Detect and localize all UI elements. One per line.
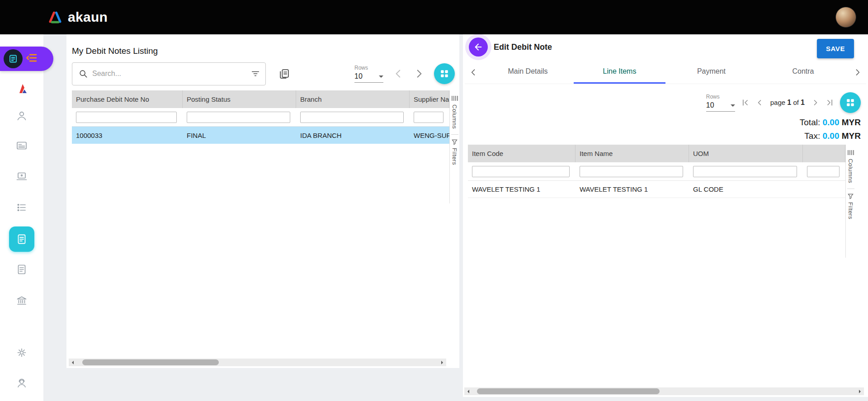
strip-divider: [847, 189, 854, 189]
layout-grid-button[interactable]: [434, 63, 455, 84]
sidebar-item-support[interactable]: [0, 370, 43, 396]
prev-page-button[interactable]: [755, 98, 764, 107]
horizontal-scrollbar[interactable]: [69, 359, 446, 366]
pos-terminal-icon: [16, 171, 28, 183]
column-header-branch[interactable]: Branch: [296, 90, 410, 108]
first-page-button[interactable]: [741, 98, 750, 107]
filter-input-posting-status[interactable]: [187, 112, 290, 123]
next-page-button[interactable]: [413, 68, 425, 80]
save-button[interactable]: SAVE: [817, 39, 854, 58]
scrollbar-track[interactable]: [472, 387, 857, 395]
columns-toggle[interactable]: Columns: [451, 104, 458, 129]
cell-uom: GL CODE: [689, 181, 803, 198]
tab-bar: Main Details Line Items Payment Contra: [465, 61, 866, 84]
filter-input-branch[interactable]: [300, 112, 404, 123]
tab-payment[interactable]: Payment: [665, 61, 757, 84]
sidebar-item-pos[interactable]: [0, 164, 43, 189]
prev-page-button[interactable]: [392, 68, 404, 80]
filter-input-supplier-name[interactable]: [414, 112, 443, 123]
scroll-right-arrow[interactable]: [857, 387, 864, 395]
sidebar-item-debit-notes[interactable]: [0, 226, 43, 252]
brand-red-icon: [15, 82, 28, 95]
table-row[interactable]: WAVELET TESTING 1 WAVELET TESTING 1 GL C…: [468, 181, 845, 198]
chevron-down-icon: [731, 104, 735, 109]
scroll-right-arrow[interactable]: [439, 359, 446, 366]
sidebar-item-brand-red[interactable]: [0, 76, 43, 101]
tab-contra[interactable]: Contra: [757, 61, 849, 84]
drag-handle-icon[interactable]: [452, 96, 458, 101]
debit-notes-listing-panel: My Debit Notes Listing Rows 10: [66, 34, 459, 368]
akaun-triangle-icon: [47, 10, 63, 24]
column-header-item-code[interactable]: Item Code: [468, 145, 576, 162]
scrollbar-thumb[interactable]: [82, 359, 219, 365]
arrow-back-icon: [473, 42, 483, 52]
filter-input-item-code[interactable]: [472, 166, 570, 177]
column-header-extra[interactable]: [803, 145, 845, 162]
cell-item-name: WAVELET TESTING 1: [576, 181, 689, 198]
filter-input-uom[interactable]: [693, 166, 797, 177]
search-input[interactable]: [92, 70, 246, 78]
table-header-row: Item Code Item Name UOM: [468, 145, 845, 162]
scrollbar-track[interactable]: [76, 359, 439, 366]
horizontal-scrollbar[interactable]: [464, 387, 864, 395]
table-header-row: Purchase Debit Note No Posting Status Br…: [72, 90, 449, 108]
listing-toolbar: Rows 10: [72, 61, 455, 86]
column-header-uom[interactable]: UOM: [689, 145, 803, 162]
chevron-down-icon: [379, 75, 383, 80]
column-header-posting-status[interactable]: Posting Status: [183, 90, 296, 108]
tab-line-items[interactable]: Line Items: [574, 61, 665, 84]
rows-per-page-select[interactable]: Rows 10: [706, 94, 735, 112]
cell-extra: [803, 181, 845, 198]
tab-main-details[interactable]: Main Details: [482, 61, 574, 84]
user-avatar[interactable]: [835, 7, 856, 28]
column-header-item-name[interactable]: Item Name: [576, 145, 689, 162]
filter-funnel-icon[interactable]: [452, 139, 458, 145]
search-box[interactable]: [72, 62, 266, 85]
tabs-scroll-left[interactable]: [465, 61, 482, 84]
scroll-left-arrow[interactable]: [69, 359, 76, 366]
column-filter-row: [72, 108, 449, 127]
layout-grid-button[interactable]: [840, 92, 861, 113]
rows-label: Rows: [706, 94, 735, 100]
sidebar-item-bank[interactable]: [0, 288, 43, 313]
column-header-supplier-name[interactable]: Supplier Na: [410, 90, 449, 108]
filter-input-item-name[interactable]: [580, 166, 683, 177]
rows-label: Rows: [354, 65, 383, 71]
filter-input-extra[interactable]: [807, 166, 840, 177]
settings-icon: [16, 347, 28, 359]
scroll-left-arrow[interactable]: [464, 387, 472, 395]
search-icon: [79, 69, 88, 78]
multi-view-icon[interactable]: [278, 68, 290, 80]
filters-toggle[interactable]: Filters: [451, 148, 458, 165]
sidebar-item-credit-notes[interactable]: [0, 257, 43, 282]
filter-list-icon[interactable]: [251, 69, 260, 78]
filter-funnel-icon[interactable]: [848, 193, 854, 199]
brand-name: akaun: [68, 9, 108, 25]
last-page-button[interactable]: [826, 98, 835, 107]
contacts-icon: [16, 110, 28, 122]
edit-debit-note-panel: Edit Debit Note SAVE Main Details Line I…: [463, 34, 868, 397]
sidebar-item-cards[interactable]: [0, 133, 43, 158]
filters-toggle[interactable]: Filters: [847, 202, 854, 219]
page-title: My Debit Notes Listing: [72, 46, 158, 56]
back-button[interactable]: [469, 38, 488, 57]
sidebar-item-contacts[interactable]: [0, 103, 43, 128]
sidebar-toggle[interactable]: [0, 47, 53, 71]
strip-divider: [451, 134, 458, 135]
grid-icon: [439, 69, 449, 79]
next-page-button[interactable]: [811, 98, 820, 107]
sidebar-item-settings[interactable]: [0, 340, 43, 365]
table-row-selected[interactable]: 1000033 FINAL IDA BRANCH WENG-SUP: [72, 127, 449, 144]
sidebar-item-orders[interactable]: [0, 195, 43, 220]
filter-input-purchase-debit-note-no[interactable]: [76, 112, 177, 123]
tabs-scroll-right[interactable]: [849, 61, 866, 84]
drag-handle-icon[interactable]: [848, 150, 854, 155]
ledger-badge-icon: [4, 49, 23, 68]
rows-per-page-select[interactable]: Rows 10: [354, 65, 383, 83]
column-header-purchase-debit-note-no[interactable]: Purchase Debit Note No: [72, 90, 183, 108]
scrollbar-thumb[interactable]: [477, 388, 660, 394]
total-line: Total: 0.00 MYR: [800, 116, 861, 129]
columns-toggle[interactable]: Columns: [847, 159, 854, 183]
debit-notes-table: Purchase Debit Note No Posting Status Br…: [72, 90, 449, 144]
brand-logo[interactable]: akaun: [47, 9, 108, 25]
